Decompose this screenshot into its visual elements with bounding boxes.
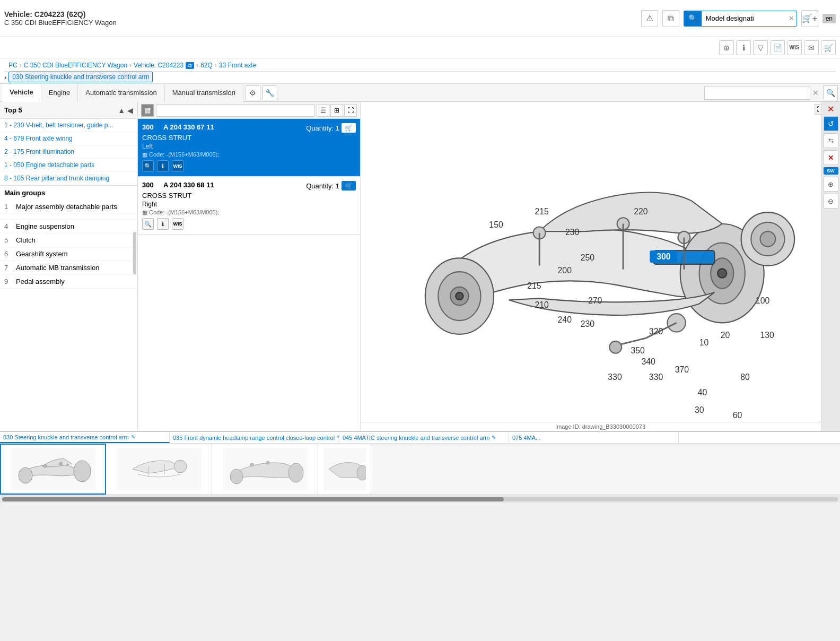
part-item-1[interactable]: 300 A 204 330 68 11 Quantity: 1 🛒 CROSS … — [138, 177, 360, 235]
svg-point-63 — [230, 469, 243, 484]
thumb-item-0[interactable] — [0, 444, 106, 495]
thumb-label-3[interactable]: 075 4MA... — [509, 432, 679, 443]
sidebar-close-btn[interactable]: ◀ — [127, 106, 133, 115]
svg-point-64 — [266, 461, 269, 464]
scrollbar-thumb[interactable] — [2, 497, 504, 501]
tab-automatic-transmission[interactable]: Automatic transmission — [78, 84, 164, 102]
alert-icon[interactable]: ⚠ — [641, 10, 658, 27]
bottom-scrollbar — [0, 495, 840, 503]
thumb-item-1[interactable] — [106, 444, 212, 495]
svg-text:200: 200 — [558, 266, 572, 275]
group-item-6[interactable]: 6 Gearshift system — [0, 247, 137, 261]
tab-search-input[interactable] — [704, 86, 810, 100]
language-badge[interactable]: en — [822, 14, 836, 23]
thumb-label-0[interactable]: 030 Steering knuckle and transverse cont… — [0, 432, 170, 443]
tab-manual-transmission[interactable]: Manual transmission — [165, 84, 243, 102]
top5-item-4[interactable]: 8 - 105 Rear pillar and trunk damping — [0, 172, 137, 185]
breadcrumb-row1: PC › C 350 CDI BlueEFFICIENCY Wagon › Ve… — [4, 59, 836, 72]
group-item-1[interactable]: 1 Major assembly detachable parts — [0, 200, 137, 214]
header-left: Vehicle: C204223 (62Q) C 350 CDI BlueEFF… — [4, 10, 117, 27]
svg-point-67 — [357, 465, 366, 480]
thumb-edit-icon-2[interactable]: ✎ — [492, 435, 496, 440]
rc-sw-btn[interactable]: SW — [824, 167, 838, 175]
part-info-btn-0[interactable]: ℹ — [157, 160, 169, 172]
thumb-label-2[interactable]: 045 4MATIC steering knuckle and transver… — [339, 432, 509, 443]
diagram-area[interactable]: 250 215 220 230 150 215 210 200 240 230 … — [361, 102, 840, 422]
part-search-btn-1[interactable]: 🔍 — [142, 218, 154, 230]
rc-zoom-in-btn[interactable]: ⊕ — [824, 177, 838, 192]
parts-filter-btn[interactable]: ▦ — [141, 104, 154, 117]
tab-vehicle[interactable]: Vehicle — [2, 84, 41, 102]
group-item-9[interactable]: 9 Pedal assembly — [0, 275, 137, 289]
search-input[interactable] — [702, 14, 786, 22]
part-doc-btn-1[interactable]: WIS — [172, 218, 183, 230]
add-to-cart-btn-1[interactable]: 🛒 — [342, 181, 356, 190]
thumb-label-1[interactable]: 035 Front dynamic headlamp range control… — [170, 432, 339, 443]
header: Vehicle: C204223 (62Q) C 350 CDI BlueEFF… — [0, 0, 840, 37]
breadcrumb-sub-dropdown[interactable]: 030 Steering knuckle and transverse cont… — [8, 72, 153, 82]
top5-item-3[interactable]: 1 - 050 Engine detachable parts — [0, 159, 137, 172]
thumb-item-2[interactable] — [212, 444, 318, 495]
svg-text:10: 10 — [699, 338, 709, 347]
svg-point-8 — [456, 292, 463, 300]
part-search-btn-0[interactable]: 🔍 — [142, 160, 154, 172]
breadcrumb-33[interactable]: 33 Front axle — [219, 62, 256, 69]
zoom-in-icon[interactable]: ⊕ — [719, 40, 734, 55]
cart-add-icon[interactable]: 🛒+ — [801, 10, 818, 27]
svg-text:300: 300 — [657, 252, 671, 261]
tab-engine[interactable]: Engine — [41, 84, 78, 102]
breadcrumb-vehicle-name[interactable]: C 350 CDI BlueEFFICIENCY Wagon — [24, 62, 127, 69]
search-clear-icon[interactable]: ✕ — [786, 14, 797, 22]
part-item-0[interactable]: 300 A 204 330 67 11 Quantity: 1 🛒 CROSS … — [138, 119, 360, 177]
sidebar-controls: ▲ ◀ — [118, 106, 133, 115]
vehicle-code: Vehicle: C204223 (62Q) — [4, 10, 117, 19]
document-icon[interactable]: 📄 — [770, 40, 785, 55]
grid-view-btn[interactable]: ⊞ — [330, 104, 343, 117]
info-icon[interactable]: ℹ — [736, 40, 751, 55]
vehicle-copy-badge[interactable]: ⧉ — [186, 62, 194, 69]
tab-settings-icon[interactable]: ⚙ — [246, 85, 260, 100]
parts-search-input[interactable] — [156, 104, 314, 117]
group-item-4[interactable]: 4 Engine suspension — [0, 220, 137, 233]
top5-item-1[interactable]: 4 - 679 Front axle wiring — [0, 132, 137, 145]
rc-close-btn[interactable]: ✕ — [827, 104, 834, 114]
mail-icon[interactable]: ✉ — [804, 40, 819, 55]
group-item-7[interactable]: 7 Automatic MB transmission — [0, 261, 137, 275]
cart-icon[interactable]: 🛒 — [821, 40, 836, 55]
wis-icon[interactable]: WIS — [787, 40, 802, 55]
thumb-labels: 030 Steering knuckle and transverse cont… — [0, 432, 840, 444]
image-id: Image ID: drawing_B33030000073 — [361, 422, 840, 431]
search-button[interactable]: 🔍 — [684, 11, 702, 26]
top5-item-2[interactable]: 2 - 175 Front illumination — [0, 145, 137, 159]
thumb-svg-1 — [117, 448, 202, 490]
svg-text:80: 80 — [740, 373, 750, 382]
tab-search-clear[interactable]: ✕ — [812, 89, 819, 97]
group-item-5[interactable]: 5 Clutch — [0, 233, 137, 247]
tab-search-button[interactable]: 🔍 — [823, 85, 838, 100]
part-info-btn-1[interactable]: ℹ — [157, 218, 169, 230]
breadcrumb-62q[interactable]: 62Q — [200, 62, 213, 69]
rc-arrows-btn[interactable]: ⇆ — [824, 133, 838, 148]
search-box: 🔍 ✕ — [684, 11, 797, 27]
list-view-btn[interactable]: ☰ — [317, 104, 329, 117]
breadcrumb-vehicle[interactable]: Vehicle: C204223 — [134, 62, 183, 69]
rc-x-btn[interactable]: ✕ — [824, 150, 838, 165]
breadcrumb-pc[interactable]: PC — [8, 62, 18, 69]
thumb-item-3[interactable] — [318, 444, 371, 495]
filter-icon[interactable]: ▽ — [753, 40, 768, 55]
scrollbar-track[interactable] — [2, 497, 838, 501]
thumb-edit-icon-0[interactable]: ✎ — [131, 434, 135, 440]
svg-point-58 — [174, 460, 187, 473]
svg-text:30: 30 — [695, 405, 704, 414]
part-doc-btn-0[interactable]: WIS — [172, 160, 183, 172]
rc-refresh-btn[interactable]: ↺ — [824, 116, 838, 131]
add-to-cart-btn-0[interactable]: 🛒 — [342, 123, 356, 133]
copy-icon[interactable]: ⧉ — [662, 10, 679, 27]
fullscreen-btn[interactable]: ⛶ — [344, 104, 357, 117]
top5-item-0[interactable]: 1 - 230 V-belt, belt tensioner, guide p.… — [0, 119, 137, 132]
tab-tools-icon[interactable]: 🔧 — [262, 85, 277, 100]
rc-zoom-out-btn[interactable]: ⊖ — [824, 194, 838, 209]
sidebar-collapse-btn[interactable]: ▲ — [118, 106, 125, 115]
main-groups-header: Main groups — [0, 186, 137, 200]
group-item-spacer — [0, 214, 137, 220]
